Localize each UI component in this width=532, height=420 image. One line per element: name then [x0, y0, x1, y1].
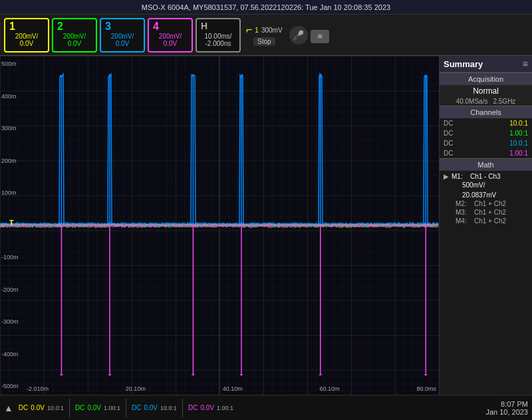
math-m3-row: M3: Ch1 + Ch2: [444, 208, 528, 217]
m1-value: 20.0837mV: [462, 191, 496, 199]
channel-4-button[interactable]: 4 200mV/ 0.0V: [148, 18, 193, 52]
sidebar-menu-icon[interactable]: ≡: [523, 58, 528, 69]
y-label-n200m: -200m: [1, 287, 19, 293]
horiz-delay: -2.000ns: [205, 40, 231, 47]
bottom-ch2-ratio: 1.00:1: [104, 405, 120, 411]
y-label-n300m: -300m: [1, 319, 19, 325]
math-m2-row: M2: Ch1 + Ch2: [444, 199, 528, 208]
ch2-coupling: DC: [444, 130, 453, 137]
m4-label: M4:: [456, 217, 471, 225]
m1-label: M1:: [452, 173, 467, 180]
sidebar-ch1-row: DC 10.0:1: [440, 118, 532, 128]
ch2-offset: 0.0V: [68, 40, 82, 47]
channels-header: Channels: [440, 106, 532, 118]
sidebar: Summary ≡ Acquisition Normal 40.0MSa/s 2…: [439, 56, 532, 395]
sidebar-header: Summary ≡: [440, 56, 532, 72]
microphone-button[interactable]: 🎤: [289, 26, 308, 45]
y-label-200m: 200m: [1, 158, 19, 164]
ch4-offset: 0.0V: [164, 40, 178, 47]
m2-label: M2:: [456, 200, 471, 207]
trigger-marker: T: [9, 219, 14, 227]
ch4-ratio: 1.00:1: [509, 150, 528, 157]
separator-1: [69, 399, 70, 417]
bottom-ch2-group: DC 0.0V 1.00:1: [72, 404, 123, 411]
sidebar-title: Summary: [444, 59, 483, 69]
ch1-offset: 0.0V: [20, 40, 34, 47]
bottom-ch3-voltage: 0.0V: [144, 404, 158, 411]
ch4-number: 4: [153, 21, 159, 33]
bottom-ch2-voltage: 0.0V: [87, 404, 101, 411]
title-bar: MSO-X 6004A, MY58031537, 07.56.202212022…: [0, 0, 532, 15]
y-label-n100m: -100m: [1, 255, 19, 261]
bottom-status-bar: ▲ DC 0.0V 10.0:1 DC 0.0V 1.00:1 DC 0.0V …: [0, 395, 532, 420]
bottom-ch4-ratio: 1.00:1: [217, 405, 233, 411]
horiz-label: H: [201, 21, 207, 31]
bandwidth: 2.5GHz: [493, 98, 515, 105]
scope-screen: 500m 400m 300m 200m 100m 0 -100m -200m -…: [0, 56, 439, 395]
m1-scale: 500mV/: [462, 181, 485, 189]
ch4-voltage: 200mV/: [159, 33, 182, 40]
ch3-ratio: 10.0:1: [509, 140, 528, 147]
channel-3-button[interactable]: 3 200mV/ 0.0V: [100, 18, 145, 52]
channel-1-button[interactable]: 1 200mV/ 0.0V: [4, 18, 49, 52]
y-label-500m: 500m: [1, 61, 19, 67]
toolbar: 1 200mV/ 0.0V 2 200mV/ 0.0V 3 200mV/ 0.0…: [0, 15, 532, 56]
separator-3: [182, 399, 183, 417]
trigger-channel: 1: [255, 27, 259, 34]
acquisition-header: Acquisition: [440, 72, 532, 85]
current-date: Jan 10, 2023: [485, 408, 528, 416]
bottom-ch1-group: DC 0.0V 10.0:1: [16, 404, 66, 411]
x-label-1: -2.010m: [27, 385, 49, 392]
m1-arrow: ▶: [444, 173, 449, 180]
ch4-coupling: DC: [444, 150, 453, 157]
m2-formula: Ch1 + Ch2: [474, 200, 528, 207]
ch3-offset: 0.0V: [116, 40, 130, 47]
x-label-5: 80.0ms: [416, 385, 436, 392]
ch3-voltage: 200mV/: [111, 33, 134, 40]
trigger-icon: ⌐: [246, 24, 252, 36]
m1-formula: Ch1 - Ch3: [470, 173, 528, 180]
x-label-3: 40.10m: [223, 385, 243, 392]
bottom-ch1-voltage: 0.0V: [31, 404, 45, 411]
ch2-number: 2: [57, 21, 63, 33]
ch1-number: 1: [9, 21, 15, 33]
ch1-coupling: DC: [444, 120, 453, 127]
m3-formula: Ch1 + Ch2: [474, 209, 528, 216]
sidebar-ch4-row: DC 1.00:1: [440, 148, 532, 158]
sidebar-ch2-row: DC 1.00:1: [440, 128, 532, 138]
main-area: 500m 400m 300m 200m 100m 0 -100m -200m -…: [0, 56, 532, 395]
m4-formula: Ch1 + Ch2: [474, 217, 528, 225]
autoscale-button[interactable]: ≋: [311, 30, 329, 43]
y-label-n400m: -400m: [1, 352, 19, 358]
bottom-ch3-coupling: DC: [132, 404, 141, 411]
bottom-ch4-group: DC 0.0V 1.00:1: [186, 404, 236, 411]
math-section: ▶ M1: Ch1 - Ch3 500mV/ 20.0837mV M2: Ch1…: [440, 171, 532, 227]
y-label-100m: 100m: [1, 190, 19, 196]
ch1-voltage: 200mV/: [15, 33, 38, 40]
ch3-number: 3: [105, 21, 111, 33]
waveform-canvas: [0, 56, 439, 395]
y-label-300m: 300m: [1, 126, 19, 132]
horizontal-button[interactable]: H 10.00ms/ -2.000ns: [196, 18, 241, 52]
trigger-mode[interactable]: Stop: [253, 37, 275, 46]
x-axis-labels: -2.010m 20.10m 40.10m 60.10m 80.0ms: [27, 385, 436, 392]
ch2-voltage: 200mV/: [63, 33, 86, 40]
bottom-ch4-coupling: DC: [188, 404, 198, 411]
trigger-level: 300mV: [261, 27, 283, 34]
y-label-400m: 400m: [1, 94, 19, 100]
math-m1-details: 500mV/ 20.0837mV: [444, 181, 528, 199]
sample-rate: 40.0MSa/s: [456, 98, 488, 105]
ch1-ratio: 10.0:1: [509, 120, 528, 127]
bottom-ch3-ratio: 10.0:1: [160, 405, 177, 411]
channel-2-button[interactable]: 2 200mV/ 0.0V: [52, 18, 97, 52]
math-m1-row: ▶ M1: Ch1 - Ch3: [444, 172, 528, 181]
acquisition-details: 40.0MSa/s 2.5GHz: [440, 97, 532, 106]
bottom-ch4-voltage: 0.0V: [201, 404, 215, 411]
math-m4-row: M4: Ch1 + Ch2: [444, 217, 528, 225]
current-time: 8:07 PM: [485, 400, 528, 408]
bottom-ch2-coupling: DC: [75, 404, 84, 411]
separator-2: [126, 399, 126, 417]
acquisition-mode: Normal: [440, 85, 532, 97]
x-label-2: 20.10m: [126, 385, 146, 392]
scroll-left-button[interactable]: ▲: [4, 403, 13, 413]
